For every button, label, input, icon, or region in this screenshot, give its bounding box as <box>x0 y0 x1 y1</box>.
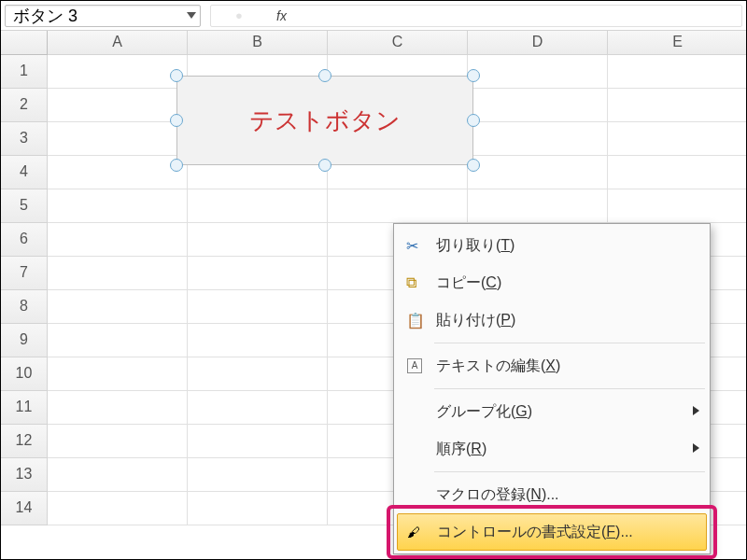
cell[interactable] <box>188 290 328 324</box>
cell[interactable] <box>468 156 608 189</box>
cell[interactable] <box>48 458 188 492</box>
menu-item-paste[interactable]: 貼り付け(P) <box>397 301 707 339</box>
menu-label: コントロールの書式設定(F)... <box>437 523 698 542</box>
menu-label: マクロの登録(N)... <box>436 485 699 505</box>
name-box[interactable]: ボタン 3 <box>5 5 201 27</box>
cell[interactable] <box>48 223 188 257</box>
resize-handle-s[interactable] <box>318 159 331 172</box>
clipboard-icon <box>406 312 423 329</box>
resize-handle-ne[interactable] <box>467 69 480 82</box>
form-button-face[interactable]: テストボタン <box>176 76 473 165</box>
menu-item-group[interactable]: グループ化(G) <box>397 393 707 430</box>
row-header[interactable]: 5 <box>1 189 48 223</box>
column-header[interactable]: E <box>608 31 747 55</box>
row-header[interactable]: 3 <box>1 122 48 156</box>
cell[interactable] <box>48 257 188 290</box>
menu-item-order[interactable]: 順序(R) <box>397 430 707 468</box>
cell[interactable] <box>48 492 188 525</box>
formula-bar: ● fx <box>210 5 742 27</box>
textbox-icon: A <box>407 358 422 373</box>
menu-label: テキストの編集(X) <box>436 357 699 376</box>
formula-bar-row: ボタン 3 ● fx <box>1 1 746 31</box>
cell[interactable] <box>608 189 747 223</box>
row-header[interactable]: 8 <box>1 290 48 324</box>
cell[interactable] <box>468 122 608 156</box>
cell[interactable] <box>188 357 328 391</box>
row-header[interactable]: 6 <box>1 223 48 257</box>
cell[interactable] <box>328 189 468 223</box>
row-header[interactable]: 7 <box>1 257 48 290</box>
cell[interactable] <box>188 324 328 357</box>
menu-label: 切り取り(T) <box>436 236 699 256</box>
cell[interactable] <box>608 89 747 122</box>
menu-item-copy[interactable]: コピー(C) <box>397 264 707 301</box>
cell[interactable] <box>188 492 328 525</box>
column-header[interactable]: A <box>48 31 188 55</box>
cell[interactable] <box>48 122 188 156</box>
column-header[interactable]: B <box>188 31 328 55</box>
cell[interactable] <box>188 257 328 290</box>
cell[interactable] <box>48 156 188 189</box>
resize-handle-sw[interactable] <box>170 159 183 172</box>
worksheet[interactable]: A B C D E 1 2 3 4 5 6 7 8 9 10 11 12 13 … <box>1 31 746 525</box>
cell[interactable] <box>468 55 608 89</box>
cell[interactable] <box>48 425 188 458</box>
cell[interactable] <box>188 425 328 458</box>
name-box-value: ボタン 3 <box>13 5 187 27</box>
row-header[interactable]: 14 <box>1 492 48 525</box>
form-button-label: テストボタン <box>249 105 401 137</box>
cell[interactable] <box>608 55 747 89</box>
menu-item-cut[interactable]: 切り取り(T) <box>397 227 707 264</box>
chevron-right-icon <box>693 406 699 415</box>
cell[interactable] <box>48 55 188 89</box>
column-header[interactable]: D <box>468 31 608 55</box>
resize-handle-n[interactable] <box>318 69 331 82</box>
menu-separator <box>434 471 705 472</box>
row-header[interactable]: 11 <box>1 391 48 425</box>
resize-handle-e[interactable] <box>467 114 480 127</box>
formula-input[interactable] <box>296 6 741 26</box>
cell[interactable] <box>608 122 747 156</box>
row-header[interactable]: 1 <box>1 55 48 89</box>
menu-separator <box>434 388 705 389</box>
row-header[interactable]: 13 <box>1 458 48 492</box>
fx-label[interactable]: fx <box>267 8 296 23</box>
cell[interactable] <box>48 324 188 357</box>
cell[interactable] <box>48 290 188 324</box>
resize-handle-se[interactable] <box>467 159 480 172</box>
scissors-icon <box>406 237 423 254</box>
copy-icon <box>406 274 423 291</box>
menu-label: グループ化(G) <box>436 402 693 422</box>
cell[interactable] <box>48 89 188 122</box>
row-header[interactable]: 12 <box>1 425 48 458</box>
row-header[interactable]: 2 <box>1 89 48 122</box>
cell[interactable] <box>48 357 188 391</box>
row-header[interactable]: 9 <box>1 324 48 357</box>
cell[interactable] <box>608 156 747 189</box>
chevron-down-icon[interactable] <box>187 12 196 19</box>
cell[interactable] <box>188 223 328 257</box>
cell[interactable] <box>188 391 328 425</box>
cell[interactable] <box>188 458 328 492</box>
menu-item-edit-text[interactable]: A テキストの編集(X) <box>397 347 707 385</box>
cell[interactable] <box>188 189 328 223</box>
select-all-corner[interactable] <box>1 31 48 55</box>
row-header[interactable]: 10 <box>1 357 48 391</box>
menu-item-format-control[interactable]: コントロールの書式設定(F)... <box>397 513 707 551</box>
cell[interactable] <box>468 189 608 223</box>
cell[interactable] <box>48 189 188 223</box>
context-menu: 切り取り(T) コピー(C) 貼り付け(P) A テキストの編集(X) グループ… <box>393 223 711 554</box>
menu-label: コピー(C) <box>436 273 699 293</box>
form-button-control[interactable]: テストボタン <box>176 76 473 165</box>
menu-item-assign-macro[interactable]: マクロの登録(N)... <box>397 476 707 513</box>
resize-handle-nw[interactable] <box>170 69 183 82</box>
menu-label: 貼り付け(P) <box>436 311 699 330</box>
cell[interactable] <box>48 391 188 425</box>
resize-handle-w[interactable] <box>170 114 183 127</box>
column-header[interactable]: C <box>328 31 468 55</box>
menu-label: 順序(R) <box>436 440 693 459</box>
chevron-right-icon <box>693 443 699 453</box>
formula-buttons: ● <box>211 8 267 22</box>
row-header[interactable]: 4 <box>1 156 48 189</box>
cell[interactable] <box>468 89 608 122</box>
